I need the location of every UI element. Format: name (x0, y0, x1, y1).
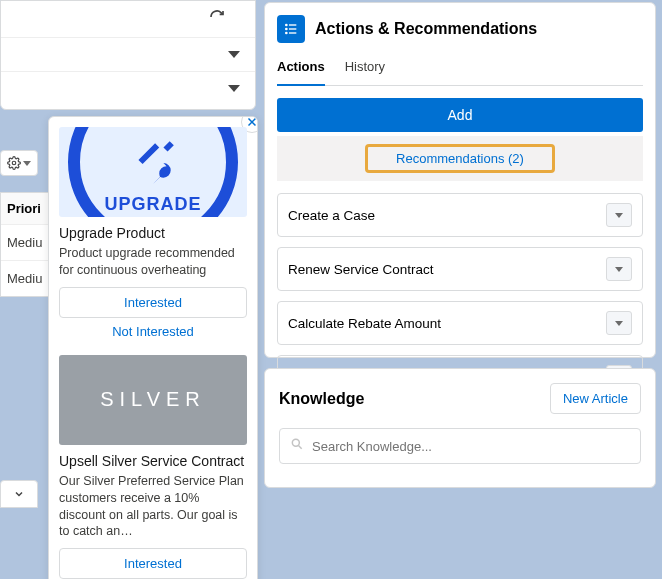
dropdown-row-1[interactable] (1, 37, 255, 71)
svg-rect-6 (289, 28, 296, 29)
dropdown-row-2[interactable] (1, 71, 255, 105)
action-item-renew-contract[interactable]: Renew Service Contract (277, 247, 643, 291)
svg-point-7 (285, 32, 288, 35)
action-item-calculate-rebate[interactable]: Calculate Rebate Amount (277, 301, 643, 345)
action-item-menu[interactable] (606, 257, 632, 281)
knowledge-panel: Knowledge New Article (264, 368, 656, 488)
search-icon (290, 437, 312, 455)
list-icon (277, 15, 305, 43)
priority-table: Priori Mediu Mediu (0, 192, 50, 297)
expand-button[interactable] (0, 480, 38, 508)
table-row[interactable]: Mediu (1, 224, 49, 260)
action-item-menu[interactable] (606, 203, 632, 227)
interested-button[interactable]: Interested (59, 287, 247, 318)
settings-button[interactable] (0, 150, 38, 176)
ar-header: Actions & Recommendations (277, 15, 643, 43)
knowledge-header: Knowledge New Article (279, 383, 641, 414)
action-item-menu[interactable] (606, 311, 632, 335)
action-item-label: Renew Service Contract (288, 262, 434, 277)
action-item-label: Create a Case (288, 208, 375, 223)
rec-title: Upgrade Product (59, 225, 247, 241)
ar-title: Actions & Recommendations (315, 20, 537, 38)
search-input[interactable] (312, 439, 630, 454)
silver-image: SILVER (59, 355, 247, 445)
svg-point-0 (12, 161, 16, 165)
svg-rect-4 (289, 24, 296, 25)
upgrade-badge-text: UPGRADE (104, 194, 201, 215)
svg-point-3 (285, 24, 288, 27)
left-top-panel (0, 0, 256, 110)
svg-line-10 (298, 445, 301, 448)
action-item-label: Calculate Rebate Amount (288, 316, 441, 331)
svg-point-5 (285, 28, 288, 31)
rec-description: Product upgrade recommended for continuo… (59, 245, 247, 279)
svg-rect-8 (289, 32, 296, 33)
new-article-button[interactable]: New Article (550, 383, 641, 414)
table-row[interactable]: Mediu (1, 260, 49, 296)
upgrade-image: UPGRADE (59, 127, 247, 217)
refresh-row (1, 1, 255, 37)
not-interested-link[interactable]: Not Interested (59, 324, 247, 339)
interested-button[interactable]: Interested (59, 548, 247, 579)
svg-point-9 (292, 439, 299, 446)
refresh-icon[interactable] (209, 9, 225, 29)
knowledge-title: Knowledge (279, 390, 364, 408)
tabs: Actions History (277, 53, 643, 86)
recommendations-link[interactable]: Recommendations (2) (365, 144, 555, 173)
rec-title: Upsell Silver Service Contract (59, 453, 247, 469)
actions-recommendations-panel: Actions & Recommendations Actions Histor… (264, 2, 656, 358)
add-button[interactable]: Add (277, 98, 643, 132)
recommendations-bar: Recommendations (2) (277, 136, 643, 181)
silver-badge-text: SILVER (100, 388, 206, 411)
tab-history[interactable]: History (345, 53, 385, 85)
tab-actions[interactable]: Actions (277, 53, 325, 86)
priority-header: Priori (1, 193, 49, 224)
knowledge-search[interactable] (279, 428, 641, 464)
rec-description: Our Silver Preferred Service Plan custom… (59, 473, 247, 541)
recommendations-popover: UPGRADE Upgrade Product Product upgrade … (48, 116, 258, 579)
action-item-create-case[interactable]: Create a Case (277, 193, 643, 237)
